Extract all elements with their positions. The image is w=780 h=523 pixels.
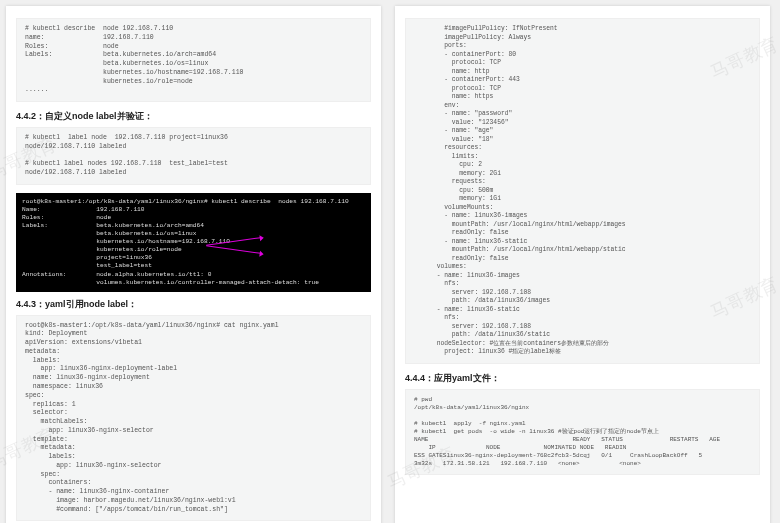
- code-block-nginx-yaml: root@k8s-master1:/opt/k8s-data/yaml/linu…: [16, 315, 371, 522]
- page-left: # kubectl describe node 192.168.7.110 na…: [6, 6, 381, 523]
- terminal-text: root@k8s-master1:/opt/k8s-data/yaml/linu…: [22, 198, 349, 286]
- terminal-output: root@k8s-master1:/opt/k8s-data/yaml/linu…: [16, 193, 371, 292]
- code-block-yaml-cont: #imagePullPolicy: IfNotPresent imagePull…: [405, 18, 760, 364]
- heading-442: 4.4.2：自定义node label并验证：: [16, 110, 371, 123]
- heading-443: 4.4.3：yaml引用node label：: [16, 298, 371, 311]
- document-wrap: # kubectl describe node 192.168.7.110 na…: [0, 0, 780, 523]
- page-right: #imagePullPolicy: IfNotPresent imagePull…: [395, 6, 770, 523]
- heading-444: 4.4.4：应用yaml文件：: [405, 372, 760, 385]
- code-block-describe: # kubectl describe node 192.168.7.110 na…: [16, 18, 371, 102]
- annotation-arrow-icon: [206, 245, 261, 254]
- code-block-apply: # pwd /opt/k8s-data/yaml/linux36/nginx #…: [405, 389, 760, 476]
- code-block-label-node: # kubectl label node 192.168.7.110 proje…: [16, 127, 371, 185]
